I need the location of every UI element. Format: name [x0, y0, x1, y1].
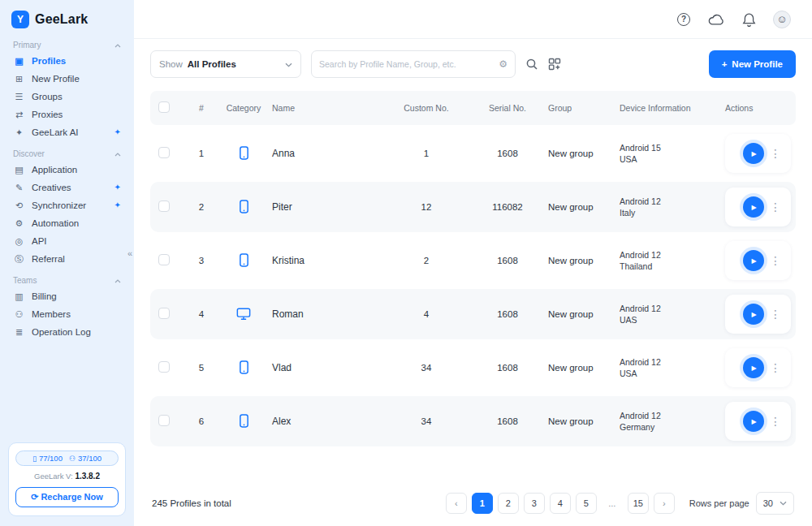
- show-profiles-dropdown[interactable]: Show All Profiles: [150, 50, 301, 78]
- row-menu-button[interactable]: ⋮: [767, 147, 784, 160]
- sidebar-collapse-button[interactable]: «: [124, 246, 136, 261]
- play-icon: ▶: [751, 311, 756, 318]
- sidebar-item-proxies[interactable]: ⇄Proxies: [6, 106, 127, 123]
- next-page-button[interactable]: ›: [654, 493, 675, 514]
- cloud-icon[interactable]: [708, 11, 724, 28]
- refresh-icon: ⟳: [31, 492, 38, 502]
- row-number: 2: [188, 202, 215, 212]
- custom-no: 1: [386, 149, 467, 158]
- group-name: New group: [548, 256, 620, 265]
- page-button-5[interactable]: 5: [576, 493, 597, 514]
- search-input[interactable]: [319, 59, 494, 69]
- sidebar-item-application[interactable]: ▤Application: [6, 161, 127, 179]
- sidebar-section-primary[interactable]: Primary: [6, 36, 127, 52]
- search-box: ⚙: [311, 50, 516, 78]
- sidebar: Y GeeLark Primary▣Profiles⊞New Profile☰G…: [0, 0, 134, 526]
- device-info: Android 12UAS: [620, 303, 725, 326]
- page-button-3[interactable]: 3: [524, 493, 545, 514]
- category-phone-icon: [215, 360, 272, 376]
- chevron-up-icon: [114, 149, 121, 158]
- row-number: 1: [188, 149, 215, 158]
- sidebar-item-profiles[interactable]: ▣Profiles: [6, 52, 127, 70]
- sidebar-item-api[interactable]: ◎API: [6, 232, 127, 250]
- row-checkbox[interactable]: [158, 415, 170, 426]
- custom-no: 34: [386, 416, 467, 426]
- usage-card: ▯ 77/100 ⚇ 37/100 GeeLark V: 1.3.8.2 ⟳ R…: [8, 442, 126, 516]
- billing-icon: ▥: [13, 291, 25, 302]
- page-button-4[interactable]: 4: [550, 493, 571, 514]
- actions-cell: ▶⋮: [725, 134, 791, 173]
- row-menu-button[interactable]: ⋮: [767, 308, 784, 321]
- sidebar-item-billing[interactable]: ▥Billing: [6, 287, 127, 305]
- actions-cell: ▶⋮: [725, 295, 791, 334]
- members-icon: ⚇: [13, 308, 25, 320]
- custom-no: 4: [386, 309, 467, 319]
- plus-icon: +: [722, 59, 728, 69]
- app-window: Y GeeLark Primary▣Profiles⊞New Profile☰G…: [0, 0, 812, 526]
- start-profile-button[interactable]: ▶: [743, 357, 764, 378]
- start-profile-button[interactable]: ▶: [743, 196, 764, 218]
- toolbar: Show All Profiles ⚙ +: [150, 50, 796, 78]
- serial-no: 1608: [467, 309, 548, 319]
- serial-no: 116082: [467, 202, 548, 212]
- play-icon: ▶: [751, 150, 756, 157]
- column-header-serial-no-: Serial No.: [467, 103, 548, 113]
- custom-no: 12: [386, 202, 467, 212]
- rows-per-page-dropdown[interactable]: 30: [756, 492, 794, 515]
- row-menu-button[interactable]: ⋮: [767, 254, 784, 267]
- row-checkbox[interactable]: [158, 254, 170, 265]
- recharge-button[interactable]: ⟳ Recharge Now: [15, 487, 119, 507]
- start-profile-button[interactable]: ▶: [743, 143, 764, 164]
- search-filter-icon[interactable]: ⚙: [499, 58, 508, 70]
- table-row: 5Vlad341608New groupAndroid 12USA▶⋮: [150, 343, 796, 393]
- start-profile-button[interactable]: ▶: [743, 304, 764, 325]
- version-text: GeeLark V: 1.3.8.2: [15, 472, 119, 481]
- sidebar-item-members[interactable]: ⚇Members: [6, 305, 127, 323]
- row-number: 3: [188, 256, 215, 265]
- page-button-1[interactable]: 1: [472, 493, 493, 514]
- profile-name: Kristina: [272, 255, 386, 266]
- row-menu-button[interactable]: ⋮: [767, 200, 784, 213]
- new-profile-button[interactable]: + New Profile: [709, 50, 796, 78]
- user-avatar[interactable]: ☺: [773, 11, 791, 28]
- prev-page-button[interactable]: ‹: [446, 493, 467, 514]
- profile-name: Piter: [272, 201, 386, 213]
- sidebar-item-new-profile[interactable]: ⊞New Profile: [6, 70, 127, 88]
- table-row: 6Alex341608New groupAndroid 12Germany▶⋮: [150, 396, 796, 446]
- creatives-icon: ✎: [13, 182, 25, 193]
- row-number: 5: [188, 363, 215, 373]
- sidebar-item-referral[interactable]: ⓈReferral: [6, 250, 127, 268]
- sidebar-item-geelark-ai[interactable]: ✦GeeLark AI✦: [6, 123, 127, 141]
- sidebar-item-automation[interactable]: ⚙Automation: [6, 214, 127, 232]
- notifications-bell-icon[interactable]: [741, 11, 757, 28]
- sidebar-section-teams[interactable]: Teams: [6, 271, 127, 287]
- row-checkbox[interactable]: [158, 147, 170, 158]
- custom-no: 2: [386, 256, 467, 265]
- start-profile-button[interactable]: ▶: [743, 411, 764, 432]
- device-info: Android 12Thailand: [620, 249, 725, 272]
- row-checkbox[interactable]: [158, 308, 170, 319]
- row-menu-button[interactable]: ⋮: [767, 415, 784, 428]
- sidebar-section-discover[interactable]: Discover: [6, 144, 127, 161]
- page-button-2[interactable]: 2: [498, 493, 519, 514]
- row-checkbox[interactable]: [158, 361, 170, 373]
- sidebar-item-creatives[interactable]: ✎Creatives✦: [6, 179, 127, 196]
- phone-quota-icon: ▯: [32, 455, 37, 463]
- help-icon[interactable]: ?: [676, 11, 692, 28]
- sidebar-item-operation-log[interactable]: ≣Operation Log: [6, 323, 127, 341]
- row-menu-button[interactable]: ⋮: [767, 361, 784, 374]
- start-profile-button[interactable]: ▶: [743, 250, 764, 271]
- sidebar-item-groups[interactable]: ☰Groups: [6, 88, 127, 106]
- total-count-label: 245 Profiles in total: [152, 498, 231, 508]
- page-button-ellipsis[interactable]: ...: [602, 493, 623, 514]
- select-all-checkbox[interactable]: [158, 101, 170, 113]
- batch-grid-icon[interactable]: [548, 58, 561, 71]
- page-button-15[interactable]: 15: [628, 493, 649, 514]
- search-icon[interactable]: [525, 58, 538, 71]
- play-icon: ▶: [751, 204, 756, 211]
- rows-per-page-label: Rows per page: [689, 498, 749, 508]
- sidebar-item-synchronizer[interactable]: ⟲Synchronizer✦: [6, 196, 127, 214]
- pagination: ‹12345...15›: [446, 493, 675, 514]
- column-header-custom-no-: Custom No.: [386, 103, 467, 113]
- row-checkbox[interactable]: [158, 200, 170, 212]
